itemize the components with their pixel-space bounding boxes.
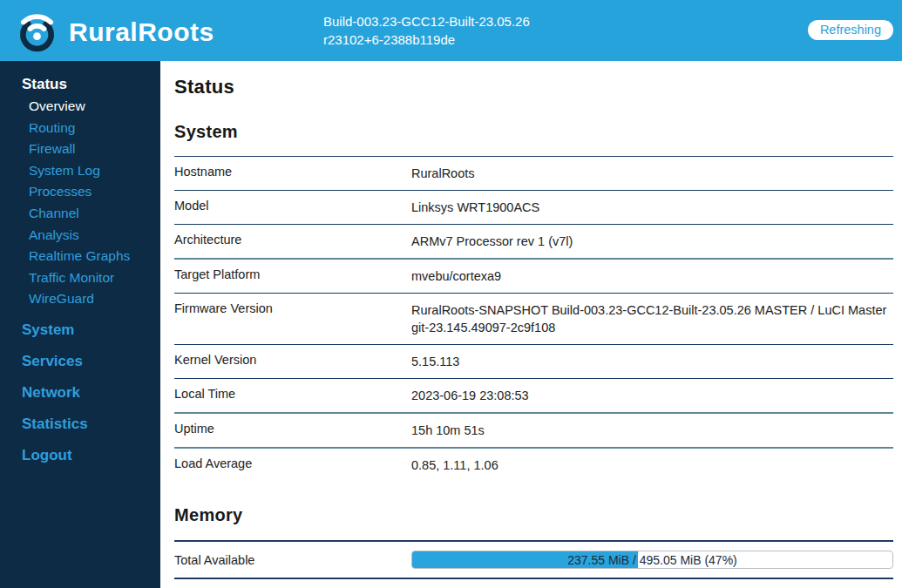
sidebar-section-network[interactable]: Network (0, 381, 160, 404)
sidebar-item-system-log[interactable]: System Log (0, 160, 160, 182)
progressbar-text: 237.55 MiB / 495.05 MiB (47%) (412, 551, 892, 569)
row-label: Uptime (174, 421, 411, 439)
sidebar-section-statistics[interactable]: Statistics (0, 412, 160, 436)
system-table: HostnameRuralRootsModelLinksys WRT1900AC… (174, 156, 893, 482)
build-info: Build-003.23-GCC12-Built-23.05.26 r23102… (323, 12, 530, 49)
table-row: HostnameRuralRoots (174, 156, 893, 190)
memory-section-title: Memory (174, 505, 893, 525)
sidebar-group-network: Network (0, 381, 160, 404)
system-section-title: System (174, 122, 893, 142)
row-value: 15h 10m 51s (411, 421, 893, 439)
sidebar-item-realtime-graphs[interactable]: Realtime Graphs (0, 246, 160, 267)
memory-table: Total Available237.55 MiB / 495.05 MiB (… (174, 540, 893, 588)
table-row: Total Available237.55 MiB / 495.05 MiB (… (174, 540, 893, 578)
page-title: Status (174, 76, 893, 98)
sidebar-section-logout[interactable]: Logout (0, 443, 160, 467)
sidebar-group-statistics: Statistics (0, 412, 160, 436)
sidebar-group-system: System (0, 318, 160, 341)
sidebar-nav: StatusOverviewRoutingFirewallSystem LogP… (0, 61, 160, 467)
sidebar-item-firewall[interactable]: Firewall (0, 139, 160, 160)
row-value: 2023-06-19 23:08:53 (411, 386, 893, 404)
table-row: Uptime15h 10m 51s (174, 412, 893, 447)
sidebar-item-wireguard[interactable]: WireGuard (0, 288, 160, 310)
table-row: ModelLinksys WRT1900ACS (174, 190, 893, 224)
refreshing-badge[interactable]: Refreshing (808, 20, 893, 40)
row-label: Total Available (174, 553, 411, 567)
top-header: RuralRoots Build-003.23-GCC12-Built-23.0… (0, 0, 902, 61)
sidebar-section-system[interactable]: System (0, 318, 160, 341)
sidebar-item-overview[interactable]: Overview (0, 96, 160, 118)
wifi-signal-ring-icon (12, 5, 62, 58)
sidebar-item-traffic-monitor[interactable]: Traffic Monitor (0, 267, 160, 289)
main-content: Status System HostnameRuralRootsModelLin… (160, 61, 902, 588)
sidebar-group-services: Services (0, 349, 160, 373)
row-label: Architecture (174, 232, 411, 250)
row-value: mvebu/cortexa9 (411, 267, 893, 285)
sidebar-section-services[interactable]: Services (0, 349, 160, 373)
table-row: Firmware VersionRuralRoots-SNAPSHOT Buil… (174, 293, 893, 344)
build-line-2: r23102+6-2388b119de (323, 30, 530, 49)
table-row: Used441.80 MiB / 495.05 MiB (89%) (174, 578, 893, 588)
sidebar-item-analysis[interactable]: Analysis (0, 225, 160, 247)
sidebar: StatusOverviewRoutingFirewallSystem LogP… (0, 61, 160, 588)
sidebar-group-logout: Logout (0, 443, 160, 467)
row-label: Kernel Version (174, 352, 411, 370)
row-value: RuralRoots (411, 164, 893, 182)
row-label: Target Platform (174, 267, 411, 285)
row-value: 0.85, 1.11, 1.06 (411, 456, 893, 474)
row-label: Local Time (174, 386, 411, 404)
brand-title: RuralRoots (69, 17, 214, 47)
row-label: Hostname (174, 164, 411, 182)
row-label: Load Average (174, 456, 411, 474)
sidebar-item-routing[interactable]: Routing (0, 118, 160, 139)
sidebar-item-processes[interactable]: Processes (0, 181, 160, 203)
row-value: RuralRoots-SNAPSHOT Build-003.23-GCC12-B… (411, 301, 893, 336)
row-value: Linksys WRT1900ACS (411, 198, 893, 216)
row-value: 5.15.113 (411, 352, 893, 370)
sidebar-group-status: StatusOverviewRoutingFirewallSystem LogP… (0, 72, 160, 310)
table-row: Load Average0.85, 1.11, 1.06 (174, 447, 893, 482)
table-row: Local Time2023-06-19 23:08:53 (174, 378, 893, 412)
brand-link[interactable]: RuralRoots (12, 5, 214, 58)
sidebar-item-channel[interactable]: Channel (0, 203, 160, 225)
row-label: Firmware Version (174, 301, 411, 336)
row-value: ARMv7 Processor rev 1 (v7l) (411, 232, 893, 250)
row-label: Model (174, 198, 411, 216)
memory-progressbar: 237.55 MiB / 495.05 MiB (47%) (411, 551, 893, 569)
sidebar-section-status[interactable]: Status (0, 72, 160, 96)
build-line-1: Build-003.23-GCC12-Built-23.05.26 (323, 12, 530, 30)
table-row: Target Platformmvebu/cortexa9 (174, 258, 893, 293)
table-row: Kernel Version5.15.113 (174, 344, 893, 378)
table-row: ArchitectureARMv7 Processor rev 1 (v7l) (174, 224, 893, 258)
